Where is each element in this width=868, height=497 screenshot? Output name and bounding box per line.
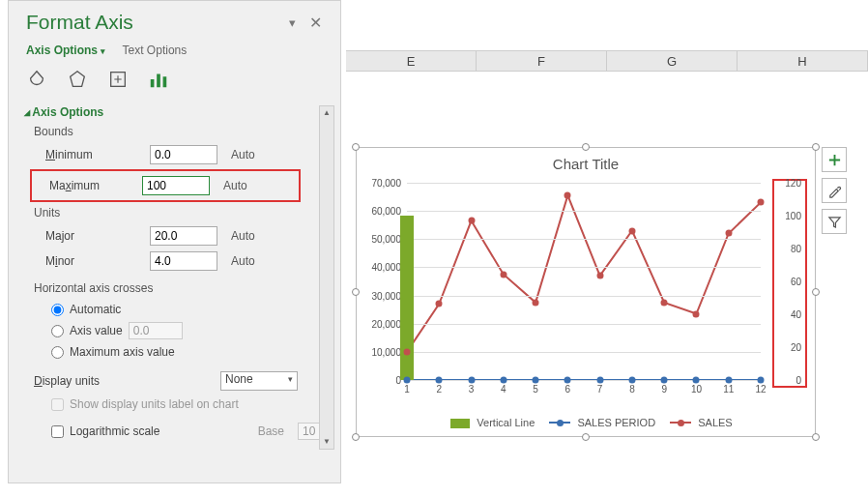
col-header[interactable]: G — [607, 51, 738, 71]
pane-scrollbar[interactable]: ▲ ▼ — [319, 105, 334, 450]
resize-handle[interactable] — [582, 433, 590, 441]
hcross-label: Horizontal axis crosses — [34, 281, 331, 295]
maximum-auto[interactable]: Auto — [223, 179, 262, 192]
primary-y-axis[interactable]: 010,00020,00030,00040,00050,00060,00070,… — [364, 183, 405, 380]
column-headers: E F G H — [346, 50, 868, 72]
maximum-label: Maximum — [34, 179, 142, 192]
bounds-label: Bounds — [34, 125, 331, 138]
minimum-auto[interactable]: Auto — [231, 148, 270, 161]
size-icon[interactable] — [107, 69, 129, 90]
display-units-label: Display units — [34, 374, 150, 388]
resize-handle[interactable] — [812, 143, 820, 151]
tab-axis-options[interactable]: Axis Options — [26, 44, 105, 57]
resize-handle[interactable] — [352, 288, 360, 296]
scroll-up-icon[interactable]: ▲ — [320, 106, 333, 120]
show-units-label: Show display units label on chart — [70, 397, 239, 411]
radio-max-axis-value-label: Maximum axis value — [70, 345, 175, 359]
resize-handle[interactable] — [352, 433, 360, 441]
radio-automatic-label: Automatic — [70, 303, 121, 316]
chart-filters-button[interactable] — [822, 209, 847, 234]
chart-elements-button[interactable] — [822, 147, 847, 172]
radio-axis-value-label: Axis value — [70, 324, 123, 337]
maximum-input[interactable] — [142, 176, 210, 195]
major-label: Major — [34, 229, 150, 243]
close-icon[interactable]: ✕ — [304, 14, 327, 32]
minor-input[interactable] — [150, 251, 217, 271]
fill-icon[interactable] — [26, 69, 47, 90]
svg-rect-2 — [151, 79, 155, 87]
log-base-label: Base — [258, 424, 284, 438]
chart-lines — [407, 183, 761, 380]
col-header[interactable]: F — [477, 51, 607, 71]
legend-item: SALES — [698, 417, 732, 428]
resize-handle[interactable] — [352, 143, 360, 151]
secondary-y-axis[interactable]: 020406080100120 — [776, 183, 803, 380]
pane-menu-dropdown[interactable]: ▾ — [280, 15, 304, 30]
major-auto[interactable]: Auto — [231, 229, 270, 243]
minor-label: Minor — [34, 254, 150, 268]
pane-title: Format Axis — [26, 11, 280, 34]
legend-swatch-bar — [450, 419, 470, 428]
svg-marker-0 — [71, 72, 85, 87]
scroll-down-icon[interactable]: ▼ — [320, 435, 333, 449]
chart-object[interactable]: Chart Title 010,00020,00030,00040,00050,… — [356, 147, 816, 437]
tab-text-options[interactable]: Text Options — [123, 44, 188, 57]
radio-automatic[interactable] — [51, 304, 64, 316]
display-units-select[interactable]: None — [220, 371, 298, 391]
col-header[interactable]: H — [738, 51, 868, 71]
chart-title[interactable]: Chart Title — [357, 148, 815, 176]
log-scale-label: Logarithmic scale — [70, 424, 159, 438]
worksheet: E F G H Chart Title 010,00020,00030,0004… — [346, 0, 868, 497]
plot-area[interactable] — [407, 183, 761, 380]
col-header[interactable]: E — [346, 51, 477, 71]
legend-swatch-line — [549, 422, 570, 424]
chart-legend[interactable]: Vertical Line SALES PERIOD SALES — [357, 417, 815, 428]
minor-auto[interactable]: Auto — [231, 254, 270, 268]
effects-icon[interactable] — [67, 69, 88, 90]
resize-handle[interactable] — [812, 288, 820, 296]
section-axis-options[interactable]: Axis Options — [24, 105, 331, 119]
maximum-highlight: Maximum Auto — [30, 169, 301, 202]
svg-rect-4 — [163, 76, 167, 87]
show-units-checkbox — [51, 398, 64, 411]
minimum-input[interactable] — [150, 145, 217, 164]
legend-item: SALES PERIOD — [577, 417, 655, 428]
major-input[interactable] — [150, 226, 217, 246]
legend-swatch-line — [670, 422, 691, 424]
units-label: Units — [34, 206, 331, 219]
axis-options-icon[interactable] — [148, 69, 169, 90]
axis-value-input — [129, 322, 183, 339]
legend-item: Vertical Line — [477, 417, 535, 428]
radio-max-axis-value[interactable] — [51, 346, 64, 359]
chart-styles-button[interactable] — [822, 178, 847, 203]
resize-handle[interactable] — [582, 143, 590, 151]
radio-axis-value[interactable] — [51, 325, 64, 337]
resize-handle[interactable] — [812, 433, 820, 441]
format-axis-pane: Format Axis ▾ ✕ Axis Options Text Option… — [8, 0, 341, 483]
svg-rect-3 — [157, 74, 160, 88]
minimum-label: Minimum — [34, 148, 150, 161]
log-scale-checkbox[interactable] — [51, 425, 64, 438]
